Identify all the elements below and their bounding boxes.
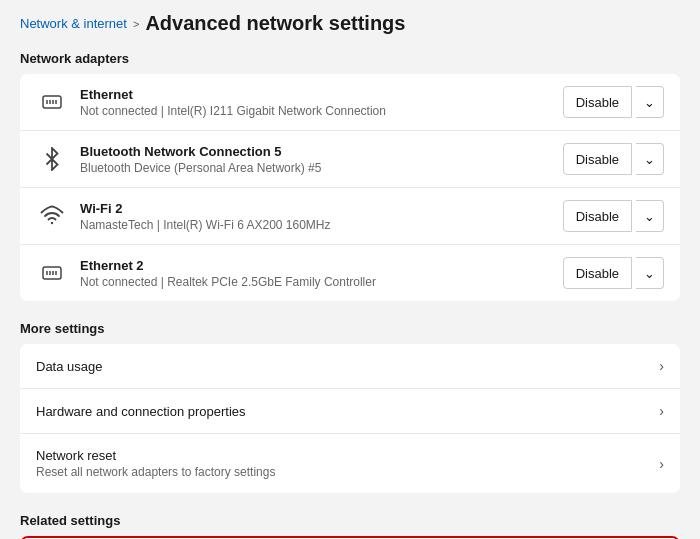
page-container: Network & internet > Advanced network se… [0,0,700,539]
breadcrumb-separator: > [133,18,139,30]
settings-item-name: Data usage [36,359,659,374]
disable-button[interactable]: Disable [563,143,632,175]
adapter-item: Ethernet Not connected | Intel(R) I211 G… [20,74,680,131]
svg-point-5 [51,222,53,224]
adapter-info: Bluetooth Network Connection 5 Bluetooth… [80,144,563,175]
adapter-controls: Disable ⌄ [563,257,664,289]
adapter-name: Ethernet 2 [80,258,563,273]
more-settings-title: More settings [20,321,680,336]
network-adapters-card: Ethernet Not connected | Intel(R) I211 G… [20,74,680,301]
svg-rect-0 [43,96,61,108]
disable-button[interactable]: Disable [563,86,632,118]
settings-item-text: Data usage [36,359,659,374]
disable-button[interactable]: Disable [563,257,632,289]
adapter-name: Ethernet [80,87,563,102]
adapter-item: Ethernet 2 Not connected | Realtek PCIe … [20,245,680,301]
adapter-expand-button[interactable]: ⌄ [636,200,664,232]
settings-item-name: Hardware and connection properties [36,404,659,419]
adapter-controls: Disable ⌄ [563,143,664,175]
more-settings-card: Data usage › Hardware and connection pro… [20,344,680,493]
adapter-item: Wi-Fi 2 NamasteTech | Intel(R) Wi-Fi 6 A… [20,188,680,245]
adapter-expand-button[interactable]: ⌄ [636,143,664,175]
adapter-description: Not connected | Realtek PCIe 2.5GbE Fami… [80,275,563,289]
more-settings-item[interactable]: Hardware and connection properties › [20,389,680,434]
adapter-controls: Disable ⌄ [563,200,664,232]
settings-item-description: Reset all network adapters to factory se… [36,465,659,479]
more-settings-item[interactable]: Network reset Reset all network adapters… [20,434,680,493]
ethernet-icon [36,257,68,289]
page-title: Advanced network settings [145,12,405,35]
bluetooth-icon [36,143,68,175]
ethernet-icon [36,86,68,118]
breadcrumb: Network & internet > Advanced network se… [20,12,680,35]
chevron-right-icon: › [659,456,664,472]
wifi-icon [36,200,68,232]
adapter-info: Wi-Fi 2 NamasteTech | Intel(R) Wi-Fi 6 A… [80,201,563,232]
chevron-right-icon: › [659,358,664,374]
adapter-expand-button[interactable]: ⌄ [636,257,664,289]
disable-button[interactable]: Disable [563,200,632,232]
settings-item-name: Network reset [36,448,659,463]
adapter-description: Bluetooth Device (Personal Area Network)… [80,161,563,175]
more-settings-item[interactable]: Data usage › [20,344,680,389]
adapter-description: Not connected | Intel(R) I211 Gigabit Ne… [80,104,563,118]
adapter-info: Ethernet 2 Not connected | Realtek PCIe … [80,258,563,289]
adapter-info: Ethernet Not connected | Intel(R) I211 G… [80,87,563,118]
settings-item-text: Network reset Reset all network adapters… [36,448,659,479]
adapter-description: NamasteTech | Intel(R) Wi-Fi 6 AX200 160… [80,218,563,232]
adapter-name: Bluetooth Network Connection 5 [80,144,563,159]
chevron-right-icon: › [659,403,664,419]
network-adapters-title: Network adapters [20,51,680,66]
adapter-name: Wi-Fi 2 [80,201,563,216]
breadcrumb-parent[interactable]: Network & internet [20,16,127,31]
adapter-controls: Disable ⌄ [563,86,664,118]
svg-rect-6 [43,267,61,279]
adapter-item: Bluetooth Network Connection 5 Bluetooth… [20,131,680,188]
adapter-expand-button[interactable]: ⌄ [636,86,664,118]
related-settings-title: Related settings [20,513,680,528]
settings-item-text: Hardware and connection properties [36,404,659,419]
